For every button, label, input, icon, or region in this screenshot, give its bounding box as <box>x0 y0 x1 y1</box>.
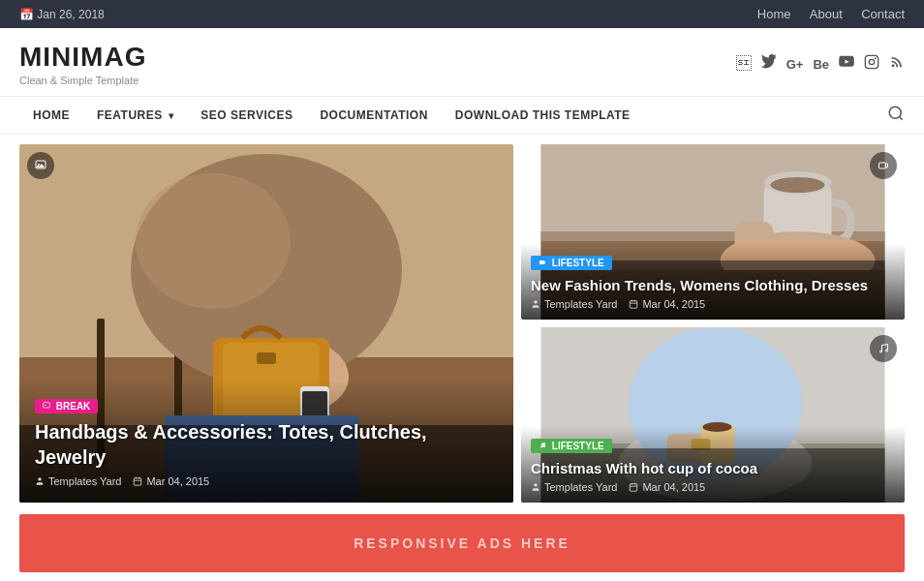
nav-seo-services[interactable]: SEO SERVICES <box>187 97 306 134</box>
svg-point-1 <box>869 59 874 64</box>
calendar-icon: 📅 <box>19 8 34 21</box>
date-display: 📅 Jan 26, 2018 <box>19 8 105 21</box>
article-small-bottom-author: Templates Yard <box>531 481 617 493</box>
article-large-overlay: BREAK Handbags & Accessories: Totes, Clu… <box>19 381 513 503</box>
nav-download-template[interactable]: DOWNLOAD THIS TEMPLATE <box>442 97 644 134</box>
svg-point-38 <box>534 300 537 303</box>
article-small-bottom[interactable]: LIFESTYLE Christmas With hot cup of coco… <box>521 327 905 503</box>
site-logo-title[interactable]: MINIMAG <box>19 42 146 73</box>
article-small-bottom-overlay: LIFESTYLE Christmas With hot cup of coco… <box>521 426 905 504</box>
youtube-icon[interactable] <box>839 54 854 74</box>
svg-point-20 <box>38 164 40 166</box>
article-small-top-author: Templates Yard <box>531 298 617 310</box>
article-small-bottom-meta: Templates Yard Mar 04, 2015 <box>531 481 895 493</box>
search-icon[interactable] <box>887 105 905 126</box>
article-large-tag: BREAK <box>35 399 98 413</box>
twitter-icon[interactable] <box>761 54 777 74</box>
svg-line-4 <box>899 116 902 119</box>
top-nav: Home About Contact <box>742 7 905 21</box>
article-small-top-meta: Templates Yard Mar 04, 2015 <box>531 298 895 310</box>
site-logo-subtitle: Clean & Simple Template <box>19 75 146 86</box>
logo-area: MINIMAG Clean & Simple Template <box>19 42 146 86</box>
article-large-date: Mar 04, 2015 <box>133 475 209 487</box>
article-small-top-title: New Fashion Trends, Womens Clothing, Dre… <box>531 276 895 295</box>
ads-banner[interactable]: RESPONSIVE ADS HERE <box>19 514 905 572</box>
site-header: MINIMAG Clean & Simple Template  G+ Be <box>0 28 924 97</box>
article-small-bottom-icon <box>870 335 897 362</box>
article-large-title: Handbags & Accessories: Totes, Clutches,… <box>35 419 498 470</box>
svg-point-52 <box>534 483 537 486</box>
nav-home[interactable]: HOME <box>19 97 83 134</box>
article-large-author: Templates Yard <box>35 475 121 487</box>
svg-rect-53 <box>631 484 638 492</box>
article-small-top-tag: LIFESTYLE <box>531 256 612 270</box>
article-small-top[interactable]: LIFESTYLE New Fashion Trends, Womens Clo… <box>521 144 905 320</box>
date-text: Jan 26, 2018 <box>37 8 104 21</box>
svg-point-3 <box>889 107 901 118</box>
article-small-bottom-date: Mar 04, 2015 <box>629 481 705 493</box>
nav-documentation[interactable]: DOCUMENTATION <box>306 97 441 134</box>
googleplus-icon[interactable]: G+ <box>786 57 804 72</box>
svg-rect-0 <box>865 55 878 68</box>
svg-rect-14 <box>257 352 276 364</box>
behance-icon[interactable]: Be <box>813 57 829 72</box>
article-small-bottom-title: Christmas With hot cup of cocoa <box>531 459 895 478</box>
svg-rect-39 <box>631 301 638 309</box>
top-nav-contact[interactable]: Contact <box>861 7 905 21</box>
article-small-bottom-tag: LIFESTYLE <box>531 439 612 453</box>
article-large-corner-icon <box>27 152 54 179</box>
top-bar: 📅 Jan 26, 2018 Home About Contact <box>0 0 924 28</box>
main-content: BREAK Handbags & Accessories: Totes, Clu… <box>0 144 924 503</box>
article-large[interactable]: BREAK Handbags & Accessories: Totes, Clu… <box>19 144 513 503</box>
instagram-icon[interactable] <box>864 54 879 74</box>
top-nav-home[interactable]: Home <box>757 7 791 21</box>
svg-rect-21 <box>44 403 50 408</box>
nav-features[interactable]: FEATURES <box>83 97 187 134</box>
svg-point-22 <box>45 405 46 406</box>
rss-icon[interactable] <box>889 54 905 74</box>
top-nav-about[interactable]: About <box>810 7 843 21</box>
article-small-top-overlay: LIFESTYLE New Fashion Trends, Womens Clo… <box>521 243 905 321</box>
article-large-meta: Templates Yard Mar 04, 2015 <box>35 475 498 487</box>
svg-point-10 <box>136 173 291 309</box>
facebook-icon[interactable]:  <box>736 55 752 73</box>
social-icons-bar:  G+ Be <box>736 54 905 74</box>
svg-point-2 <box>875 57 877 59</box>
featured-grid: BREAK Handbags & Accessories: Totes, Clu… <box>19 144 905 503</box>
ads-banner-text: RESPONSIVE ADS HERE <box>354 535 570 551</box>
svg-point-23 <box>38 477 41 480</box>
main-navbar: HOME FEATURES SEO SERVICES DOCUMENTATION… <box>0 97 924 135</box>
nav-links: HOME FEATURES SEO SERVICES DOCUMENTATION… <box>19 97 644 134</box>
article-small-top-icon <box>870 152 897 179</box>
right-column: LIFESTYLE New Fashion Trends, Womens Clo… <box>521 144 905 503</box>
svg-rect-24 <box>135 478 142 486</box>
article-small-top-date: Mar 04, 2015 <box>629 298 705 310</box>
svg-rect-36 <box>541 144 885 241</box>
